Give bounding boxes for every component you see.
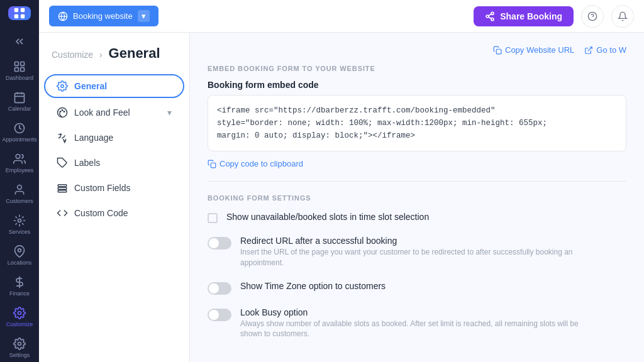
nav-item-custom-code[interactable]: Custom Code: [44, 201, 184, 225]
nav-item-custom-fields[interactable]: Custom Fields: [44, 176, 184, 200]
customers-icon: [13, 184, 26, 196]
sidebar-item-calendar[interactable]: Calendar: [0, 86, 39, 117]
timezone-title: Show Time Zone option to customers: [240, 281, 386, 291]
help-button[interactable]: [581, 5, 604, 28]
globe-icon: [58, 11, 68, 21]
nav-labels-label: Labels: [74, 158, 100, 168]
services-icon: [13, 214, 26, 227]
svg-rect-7: [21, 68, 25, 72]
logo-icon: [13, 6, 26, 20]
sidebar-services-label: Services: [9, 229, 31, 235]
svg-point-33: [64, 111, 65, 112]
nav-item-general[interactable]: General: [44, 74, 184, 98]
share-icon: [485, 11, 495, 21]
nav-item-language[interactable]: Language: [44, 126, 184, 150]
copy-to-clipboard-button[interactable]: Copy code to clipboard: [208, 159, 303, 168]
breadcrumb: Customize › General: [39, 45, 189, 72]
go-to-website-link[interactable]: Go to W: [584, 45, 626, 55]
svg-point-13: [16, 155, 20, 159]
section-divider: [208, 181, 626, 182]
sidebar-item-settings[interactable]: Settings: [0, 332, 39, 362]
setting-row-unavailable-slots: Show unavailable/booked slots in time sl…: [208, 212, 626, 226]
look-busy-title: Look Busy option: [240, 307, 592, 317]
bell-icon: [618, 11, 628, 21]
redirect-url-desc: Insert the URL of the page you want your…: [240, 247, 592, 268]
code-block-label: Booking form embed code: [208, 80, 626, 90]
svg-line-25: [489, 17, 492, 19]
svg-rect-0: [14, 8, 18, 12]
share-booking-label: Share Booking: [500, 11, 562, 21]
booking-website-button[interactable]: Booking website ▾: [49, 6, 158, 26]
clipboard-copy-icon: [208, 160, 216, 168]
booking-website-label: Booking website: [73, 11, 133, 21]
sidebar-customize-label: Customize: [6, 321, 33, 327]
sidebar-dashboard-label: Dashboard: [6, 75, 33, 81]
sidebar-item-customers[interactable]: Customers: [0, 178, 39, 209]
settings-section-label: BOOKING FORM SETTINGS: [208, 194, 626, 202]
look-feel-chevron-icon: ▾: [167, 107, 172, 118]
nav-item-labels[interactable]: Labels: [44, 151, 184, 175]
look-busy-toggle[interactable]: [208, 309, 231, 321]
sidebar-item-customize[interactable]: Customize: [0, 302, 39, 332]
sidebar-item-finance[interactable]: Finance: [0, 271, 39, 302]
svg-point-19: [18, 343, 21, 346]
look-busy-desc: Always show number of available slots as…: [240, 319, 592, 340]
timezone-toggle[interactable]: [208, 282, 231, 295]
svg-rect-5: [21, 62, 25, 66]
go-to-website-label: Go to W: [596, 45, 626, 55]
main-content: Copy Website URL Go to W EMBED BOOKING F…: [190, 33, 644, 362]
svg-rect-40: [211, 163, 216, 168]
embed-code-block: <iframe src="https://dbarberzz.trafft.co…: [208, 95, 626, 151]
svg-rect-37: [58, 190, 67, 192]
nav-item-look-and-feel[interactable]: Look and Feel ▾: [44, 101, 184, 124]
nav-custom-fields-label: Custom Fields: [74, 183, 130, 193]
copy-website-url-label: Copy Website URL: [505, 45, 574, 55]
sidebar-item-appointments[interactable]: Appointments: [0, 117, 39, 148]
palette-icon: [57, 107, 68, 118]
breadcrumb-current: General: [109, 45, 160, 61]
copy-icon: [493, 46, 502, 55]
nav-language-label: Language: [74, 133, 113, 143]
external-link-icon: [584, 46, 593, 55]
notifications-button[interactable]: [611, 5, 634, 28]
svg-line-39: [588, 47, 592, 50]
svg-rect-38: [496, 49, 501, 54]
copy-clipboard-label: Copy code to clipboard: [219, 159, 303, 168]
svg-rect-36: [58, 187, 67, 189]
svg-point-15: [18, 219, 21, 222]
finance-icon: [13, 276, 26, 288]
custom-fields-icon: [57, 182, 68, 194]
dashboard-icon: [13, 60, 26, 73]
sidebar-appointments-label: Appointments: [2, 136, 36, 143]
top-actions: Copy Website URL Go to W: [208, 45, 626, 55]
svg-point-29: [61, 85, 64, 88]
customize-icon: [13, 307, 26, 319]
nav-custom-code-label: Custom Code: [74, 208, 128, 218]
svg-rect-1: [21, 8, 25, 12]
booking-website-chevron[interactable]: ▾: [138, 10, 150, 22]
svg-point-31: [60, 111, 61, 112]
sidebar-item-employees[interactable]: Employees: [0, 148, 39, 178]
sidebar-item-dashboard[interactable]: Dashboard: [0, 55, 39, 86]
redirect-url-title: Redirect URL after a successful booking: [240, 236, 592, 246]
sidebar-item-services[interactable]: Services: [0, 209, 39, 240]
copy-website-url-link[interactable]: Copy Website URL: [493, 45, 574, 55]
unavailable-slots-title: Show unavailable/booked slots in time sl…: [226, 212, 429, 222]
sidebar-locations-label: Locations: [8, 260, 32, 266]
chevrons-icon: [13, 35, 26, 48]
unavailable-slots-checkbox[interactable]: [208, 213, 218, 223]
share-booking-button[interactable]: Share Booking: [474, 6, 574, 26]
sidebar-settings-label: Settings: [9, 352, 30, 358]
breadcrumb-parent: Customize: [52, 50, 93, 60]
sidebar-customers-label: Customers: [6, 198, 33, 204]
sidebar-item-locations[interactable]: Locations: [0, 240, 39, 271]
embed-section-label: EMBED BOOKING FORM TO YOUR WEBSITE: [208, 65, 626, 72]
sidebar-collapse-btn[interactable]: [0, 30, 39, 53]
nav-look-feel-label: Look and Feel: [74, 107, 130, 118]
settings-icon: [13, 337, 26, 350]
employees-icon: [13, 153, 26, 165]
redirect-url-toggle[interactable]: [208, 237, 231, 250]
left-nav: Customize › General General Look and Fee…: [39, 33, 190, 362]
sidebar-finance-label: Finance: [9, 290, 30, 297]
svg-point-32: [62, 110, 63, 111]
